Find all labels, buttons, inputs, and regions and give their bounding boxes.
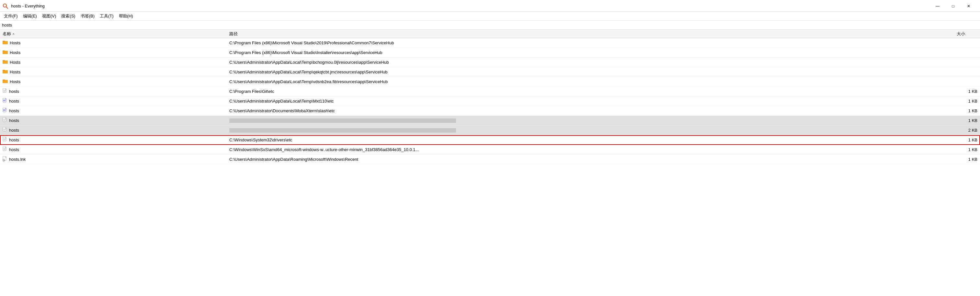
menu-item-帮助(H)[interactable]: 帮助(H)	[116, 13, 136, 20]
size-cell: 1 KB	[954, 99, 980, 103]
svg-rect-3	[3, 41, 5, 42]
name-cell: hosts	[0, 137, 227, 143]
path-cell: C:\Windows\System32\drivers\etc	[227, 138, 954, 142]
file-name: hosts	[9, 128, 19, 133]
file-image-icon	[3, 108, 7, 114]
file-image-icon	[3, 98, 7, 104]
menu-item-书签(B)[interactable]: 书签(B)	[78, 13, 97, 20]
sort-arrow-icon: ∧	[12, 32, 14, 36]
blurred-path	[229, 119, 456, 123]
path-cell: C:\Users\Administrator\AppData\Local\Tem…	[227, 79, 954, 84]
svg-rect-5	[3, 51, 5, 51]
table-row[interactable]: HostsC:\Users\Administrator\AppData\Loca…	[0, 58, 980, 67]
table-row[interactable]: HostsC:\Program Files (x86)\Microsoft Vi…	[0, 48, 980, 58]
menu-item-工具(T)[interactable]: 工具(T)	[97, 13, 116, 20]
path-text: C:\Users\Administrator\AppData\Local\Tem…	[229, 70, 387, 74]
svg-rect-17	[3, 100, 5, 101]
path-text: C:\Windows\System32\drivers\etc	[229, 138, 292, 142]
table-row[interactable]: hosts2 KB	[0, 125, 980, 135]
col-header-path[interactable]: 路径	[227, 31, 954, 37]
title-bar-left: hosts - Everything	[3, 3, 45, 9]
file-name: hosts	[9, 118, 19, 123]
table-row[interactable]: hostsC:\Program Files\Git\etc1 KB	[0, 87, 980, 97]
folder-icon	[3, 40, 8, 46]
size-cell: 1 KB	[954, 157, 980, 162]
menu-item-视图(V)[interactable]: 视图(V)	[40, 13, 59, 20]
name-cell: Hosts	[0, 59, 227, 65]
title-bar-controls: — □ ✕	[930, 1, 976, 11]
file-icon	[3, 88, 7, 95]
name-cell: Hosts	[0, 40, 227, 46]
size-cell: 1 KB	[954, 147, 980, 152]
name-cell: hosts.lnk	[0, 156, 227, 162]
file-name: hosts	[9, 108, 19, 113]
size-text: 1 KB	[968, 157, 977, 162]
svg-rect-9	[3, 70, 5, 71]
window-title: hosts - Everything	[11, 3, 45, 8]
column-headers: 名称 ∧ 路径 大小	[0, 30, 980, 38]
svg-rect-11	[3, 79, 5, 81]
blurred-path	[229, 128, 456, 133]
size-text: 1 KB	[968, 138, 977, 142]
path-text: C:\Users\Administrator\AppData\Local\Tem…	[229, 99, 334, 103]
close-button[interactable]: ✕	[961, 1, 976, 11]
svg-rect-19	[3, 109, 5, 111]
table-row[interactable]: HostsC:\Users\Administrator\AppData\Loca…	[0, 77, 980, 87]
path-cell: C:\Windows\WinSxS\amd64_microsoft-window…	[227, 147, 954, 152]
search-input[interactable]	[2, 23, 67, 27]
table-row[interactable]: hostsC:\Users\Administrator\Documents\Mo…	[0, 106, 980, 116]
file-name: Hosts	[10, 40, 21, 45]
name-cell: hosts	[0, 147, 227, 153]
file-name: Hosts	[10, 79, 21, 84]
col-header-size[interactable]: 大小	[954, 31, 980, 37]
file-name: Hosts	[10, 50, 21, 55]
size-cell: 1 KB	[954, 89, 980, 94]
menu-item-文件(F)[interactable]: 文件(F)	[1, 13, 21, 20]
file-icon	[3, 137, 7, 143]
file-icon	[3, 117, 7, 123]
file-name: Hosts	[10, 70, 21, 74]
table-row[interactable]: hostsC:\Windows\WinSxS\amd64_microsoft-w…	[0, 145, 980, 155]
col-header-name[interactable]: 名称 ∧	[0, 31, 227, 37]
app-icon	[3, 3, 8, 9]
file-name: hosts	[9, 99, 19, 103]
file-name: hosts	[9, 147, 19, 152]
name-cell: hosts	[0, 108, 227, 114]
menu-item-编辑(E)[interactable]: 编辑(E)	[21, 13, 40, 20]
name-cell: Hosts	[0, 79, 227, 85]
path-cell: C:\Users\Administrator\AppData\Local\Tem…	[227, 60, 954, 65]
name-cell: Hosts	[0, 69, 227, 75]
table-row[interactable]: hosts.lnkC:\Users\Administrator\AppData\…	[0, 155, 980, 164]
file-name: Hosts	[10, 60, 21, 65]
path-text: C:\Windows\WinSxS\amd64_microsoft-window…	[229, 147, 419, 152]
path-cell: C:\Users\Administrator\AppData\Local\Tem…	[227, 70, 954, 74]
table-row[interactable]: HostsC:\Users\Administrator\AppData\Loca…	[0, 67, 980, 77]
size-cell: 1 KB	[954, 108, 980, 113]
folder-icon	[3, 49, 8, 55]
size-cell: 1 KB	[954, 118, 980, 123]
path-text: C:\Users\Administrator\AppData\Roaming\M…	[229, 157, 358, 162]
table-row[interactable]: HostsC:\Program Files (x86)\Microsoft Vi…	[0, 38, 980, 48]
file-name: hosts.lnk	[9, 157, 25, 162]
title-bar: hosts - Everything — □ ✕	[0, 0, 980, 12]
svg-line-1	[6, 7, 8, 8]
size-cell: 2 KB	[954, 128, 980, 133]
path-text: C:\Program Files (x86)\Microsoft Visual …	[229, 50, 382, 55]
name-cell: hosts	[0, 98, 227, 104]
path-cell	[227, 128, 954, 133]
file-name: hosts	[9, 138, 19, 142]
path-cell: C:\Users\Administrator\AppData\Local\Tem…	[227, 99, 954, 103]
table-row[interactable]: hostsC:\Users\Administrator\AppData\Loca…	[0, 97, 980, 106]
maximize-button[interactable]: □	[946, 1, 961, 11]
size-text: 1 KB	[968, 99, 977, 103]
path-cell	[227, 119, 954, 123]
path-text: C:\Users\Administrator\AppData\Local\Tem…	[229, 79, 388, 84]
table-row[interactable]: hosts1 KB	[0, 116, 980, 125]
minimize-button[interactable]: —	[930, 1, 945, 11]
path-cell: C:\Users\Administrator\AppData\Roaming\M…	[227, 157, 954, 162]
menu-bar: 文件(F)编辑(E)视图(V)搜索(S)书签(B)工具(T)帮助(H)	[0, 12, 980, 21]
table-row[interactable]: hostsC:\Windows\System32\drivers\etc1 KB	[0, 135, 980, 145]
results-list: HostsC:\Program Files (x86)\Microsoft Vi…	[0, 38, 980, 296]
menu-item-搜索(S)[interactable]: 搜索(S)	[59, 13, 78, 20]
size-text: 1 KB	[968, 147, 977, 152]
